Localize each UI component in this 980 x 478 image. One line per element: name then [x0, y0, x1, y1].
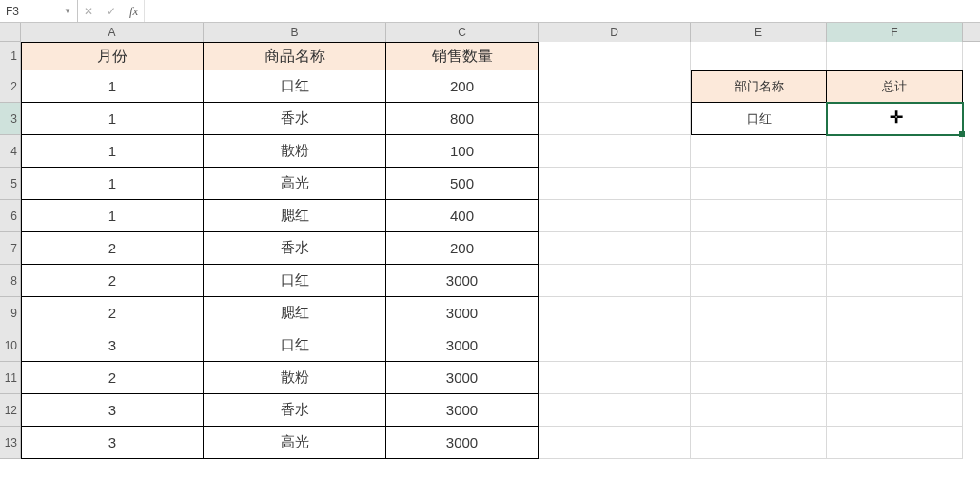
col-header-F[interactable]: F	[827, 23, 963, 42]
table-cell[interactable]: 香水	[204, 103, 386, 135]
cell[interactable]	[539, 265, 691, 297]
cell[interactable]	[827, 232, 963, 265]
cell[interactable]	[827, 394, 963, 427]
table-cell[interactable]: 3000	[386, 265, 539, 297]
cell[interactable]	[539, 362, 691, 394]
cell[interactable]	[539, 329, 691, 362]
cell[interactable]	[691, 135, 827, 168]
table-cell[interactable]: 3	[21, 394, 204, 427]
table-cell[interactable]: 香水	[204, 232, 386, 265]
name-box-dropdown-icon[interactable]: ▼	[64, 7, 71, 15]
cell[interactable]	[539, 427, 691, 459]
table-cell[interactable]: 腮红	[204, 297, 386, 329]
row-header-13[interactable]: 13	[0, 427, 21, 459]
cell[interactable]	[691, 297, 827, 329]
table-cell[interactable]: 香水	[204, 394, 386, 427]
name-box[interactable]: F3 ▼	[0, 0, 78, 22]
table-cell[interactable]: 口红	[204, 329, 386, 362]
table-cell[interactable]: 3000	[386, 329, 539, 362]
table-cell[interactable]: 400	[386, 200, 539, 232]
table-cell[interactable]: 800	[386, 103, 539, 135]
table-cell[interactable]: 500	[386, 168, 539, 200]
col-header-B[interactable]: B	[204, 23, 386, 42]
cells-area[interactable]: 月份商品名称销售数量1口红2001香水8001散粉1001高光5001腮红400…	[21, 42, 980, 478]
table-cell[interactable]: 口红	[204, 265, 386, 297]
table-cell[interactable]: 2	[21, 265, 204, 297]
table-cell[interactable]: 2	[21, 232, 204, 265]
cell[interactable]	[691, 42, 827, 70]
row-header-6[interactable]: 6	[0, 200, 21, 232]
cell[interactable]	[691, 265, 827, 297]
table-cell[interactable]: 2	[21, 297, 204, 329]
row-header-1[interactable]: 1	[0, 42, 21, 70]
table-cell[interactable]: 1	[21, 70, 204, 103]
cell[interactable]	[827, 265, 963, 297]
table-cell[interactable]: 3000	[386, 362, 539, 394]
confirm-icon[interactable]: ✓	[107, 5, 116, 18]
cell[interactable]	[827, 200, 963, 232]
row-header-11[interactable]: 11	[0, 362, 21, 394]
cell[interactable]	[539, 42, 691, 70]
cell[interactable]	[691, 394, 827, 427]
row-header-4[interactable]: 4	[0, 135, 21, 168]
select-all-corner[interactable]	[0, 23, 21, 42]
cell[interactable]	[691, 427, 827, 459]
side-cell[interactable]	[827, 103, 963, 135]
table-cell[interactable]: 3000	[386, 297, 539, 329]
row-header-2[interactable]: 2	[0, 70, 21, 103]
table-cell[interactable]: 1	[21, 200, 204, 232]
cell[interactable]	[539, 135, 691, 168]
cell[interactable]	[691, 232, 827, 265]
cell[interactable]	[827, 329, 963, 362]
cell[interactable]	[539, 70, 691, 103]
table-cell[interactable]: 3	[21, 329, 204, 362]
cell[interactable]	[827, 297, 963, 329]
col-header-A[interactable]: A	[21, 23, 204, 42]
row-header-3[interactable]: 3	[0, 103, 21, 135]
cancel-icon[interactable]: ✕	[84, 5, 93, 18]
table-cell[interactable]: 腮红	[204, 200, 386, 232]
row-header-7[interactable]: 7	[0, 232, 21, 265]
table-cell[interactable]: 散粉	[204, 135, 386, 168]
cell[interactable]	[539, 232, 691, 265]
spreadsheet-grid[interactable]: ABCDEF 12345678910111213 月份商品名称销售数量1口红20…	[0, 23, 980, 478]
table-cell[interactable]: 3	[21, 427, 204, 459]
cell[interactable]	[691, 168, 827, 200]
cell[interactable]	[827, 135, 963, 168]
cell[interactable]	[691, 362, 827, 394]
col-header-E[interactable]: E	[691, 23, 827, 42]
table-cell[interactable]: 1	[21, 103, 204, 135]
fx-icon[interactable]: fx	[129, 4, 138, 19]
cell[interactable]	[539, 297, 691, 329]
table-cell[interactable]: 3000	[386, 427, 539, 459]
table-cell[interactable]: 散粉	[204, 362, 386, 394]
row-header-10[interactable]: 10	[0, 329, 21, 362]
col-header-D[interactable]: D	[539, 23, 691, 42]
table-cell[interactable]: 3000	[386, 394, 539, 427]
cell[interactable]	[827, 168, 963, 200]
table-cell[interactable]: 高光	[204, 427, 386, 459]
table-cell[interactable]: 2	[21, 362, 204, 394]
row-header-12[interactable]: 12	[0, 394, 21, 427]
table-cell[interactable]: 1	[21, 168, 204, 200]
table-cell[interactable]: 口红	[204, 70, 386, 103]
table-cell[interactable]: 100	[386, 135, 539, 168]
cell[interactable]	[539, 394, 691, 427]
row-header-9[interactable]: 9	[0, 297, 21, 329]
formula-input[interactable]	[145, 0, 980, 22]
row-header-5[interactable]: 5	[0, 168, 21, 200]
cell[interactable]	[539, 103, 691, 135]
cell[interactable]	[827, 427, 963, 459]
table-cell[interactable]: 高光	[204, 168, 386, 200]
cell[interactable]	[827, 362, 963, 394]
cell[interactable]	[691, 329, 827, 362]
cell[interactable]	[691, 200, 827, 232]
table-cell[interactable]: 200	[386, 70, 539, 103]
cell[interactable]	[539, 200, 691, 232]
cell[interactable]	[539, 168, 691, 200]
cell[interactable]	[827, 42, 963, 70]
table-cell[interactable]: 1	[21, 135, 204, 168]
table-cell[interactable]: 200	[386, 232, 539, 265]
col-header-C[interactable]: C	[386, 23, 539, 42]
row-header-8[interactable]: 8	[0, 265, 21, 297]
